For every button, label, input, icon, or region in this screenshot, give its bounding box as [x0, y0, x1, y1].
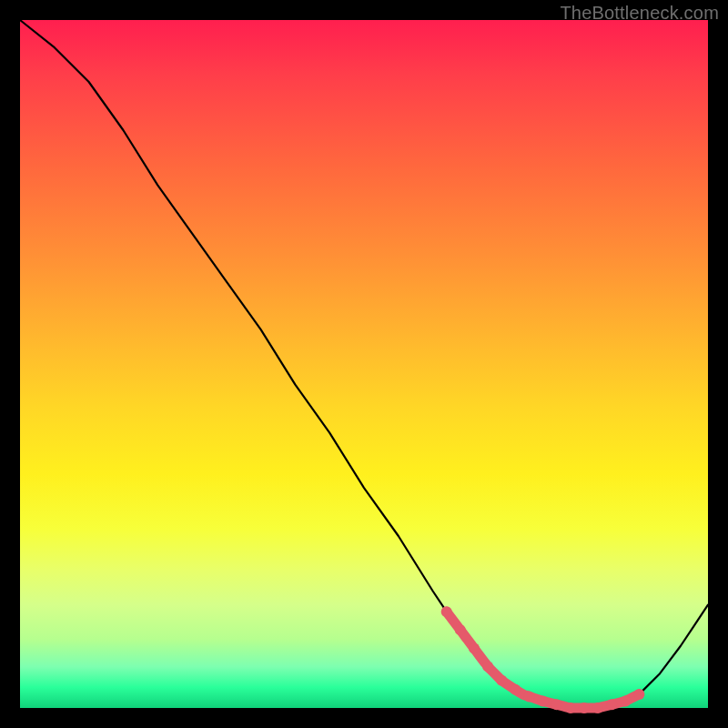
highlight-dot	[538, 695, 549, 706]
highlight-dot	[496, 675, 507, 686]
highlight-dot	[523, 691, 534, 702]
plot-area	[20, 20, 708, 708]
highlight-dots	[441, 606, 645, 713]
highlight-dot	[565, 703, 576, 713]
highlight-dot	[441, 606, 452, 617]
highlight-dot	[633, 689, 644, 700]
curve-svg	[20, 20, 708, 708]
highlight-dot	[510, 684, 521, 695]
highlight-dot	[579, 703, 590, 713]
chart-stage: TheBottleneck.com	[0, 0, 728, 728]
highlight-dot	[606, 699, 617, 710]
bottleneck-curve-line	[20, 20, 708, 708]
highlight-segment	[447, 612, 640, 708]
highlight-dot	[620, 695, 631, 706]
highlight-dot	[592, 703, 603, 713]
highlight-dot	[482, 662, 493, 672]
highlight-dot	[455, 624, 466, 635]
highlight-dot	[469, 643, 480, 654]
highlight-dot	[551, 699, 562, 710]
